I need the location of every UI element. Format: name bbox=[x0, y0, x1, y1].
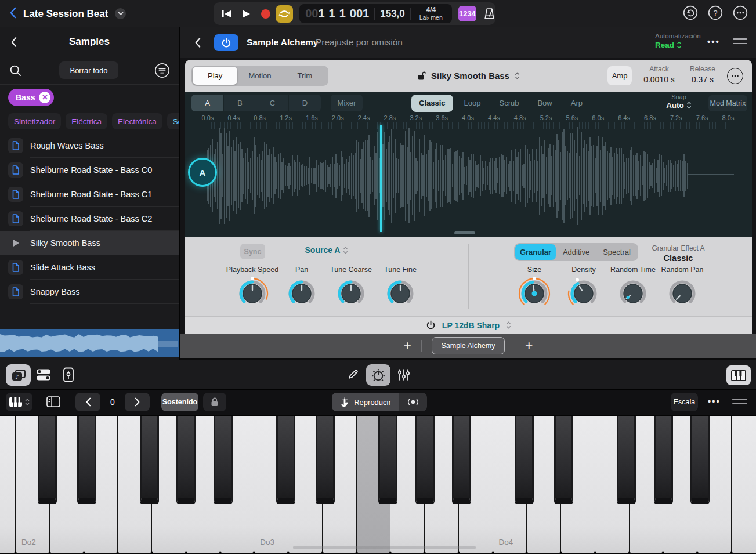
keyboard-scroll-indicator[interactable] bbox=[293, 546, 476, 549]
keyboard-drag-handle-icon[interactable] bbox=[732, 399, 747, 407]
engine-tab-spectral[interactable]: Spectral bbox=[596, 244, 637, 260]
sync-button[interactable]: Sync bbox=[240, 244, 265, 259]
octave-down-button[interactable] bbox=[75, 393, 100, 411]
amp-button[interactable]: Amp bbox=[607, 66, 632, 85]
tag-sintetizador[interactable]: Sintetizador bbox=[8, 113, 61, 129]
signature-key-display[interactable]: 4/4La♭ men bbox=[416, 6, 446, 21]
knob-size[interactable]: Size bbox=[508, 266, 560, 314]
black-key[interactable] bbox=[554, 416, 573, 504]
white-key[interactable] bbox=[0, 416, 16, 553]
source-tab-b[interactable]: B bbox=[224, 95, 256, 111]
plugin-chain-item[interactable]: Sample Alchemy bbox=[432, 337, 504, 354]
knob-dial[interactable] bbox=[333, 276, 369, 314]
project-title[interactable]: Late Session Beat bbox=[23, 8, 108, 20]
engine-tab-additive[interactable]: Additive bbox=[556, 244, 596, 260]
glissando-segment[interactable] bbox=[399, 393, 427, 411]
undo-button[interactable] bbox=[683, 5, 698, 23]
knob-dial[interactable] bbox=[566, 276, 602, 314]
sustain-lock-button[interactable] bbox=[203, 393, 226, 411]
release-control[interactable]: Release 0.37 s bbox=[677, 65, 728, 84]
black-key[interactable] bbox=[654, 416, 673, 504]
knob-random-time[interactable]: Random Time bbox=[607, 266, 659, 314]
list-item[interactable]: Rough Waves Bass bbox=[0, 133, 179, 158]
black-key[interactable] bbox=[176, 416, 196, 504]
playhead[interactable] bbox=[380, 125, 382, 232]
list-item[interactable]: Slide Attack Bass bbox=[0, 255, 179, 280]
black-key[interactable] bbox=[77, 416, 96, 504]
filter-type[interactable]: LP 12dB Sharp bbox=[442, 321, 500, 330]
help-button[interactable]: ? bbox=[708, 5, 723, 23]
list-item[interactable]: Snappy Bass bbox=[0, 280, 179, 304]
source-tab-a[interactable]: A bbox=[191, 95, 223, 111]
black-key[interactable] bbox=[617, 416, 636, 504]
black-key[interactable] bbox=[515, 416, 534, 504]
knob-dial[interactable] bbox=[516, 276, 552, 314]
sample-preview-waveform[interactable] bbox=[0, 329, 179, 357]
project-menu-chevron-icon[interactable] bbox=[115, 8, 126, 19]
list-item[interactable]: Shelburne Road State - Bass C2 bbox=[0, 207, 179, 231]
knob-tune-fine[interactable]: Tune Fine bbox=[374, 266, 426, 314]
toolbar-more-button[interactable] bbox=[727, 68, 743, 84]
piano-keyboard[interactable]: Do2Do3Do4 bbox=[0, 415, 756, 554]
keyboard-more-icon[interactable]: ••• bbox=[708, 396, 721, 406]
channel-strip-button[interactable] bbox=[62, 367, 75, 385]
clear-all-button[interactable]: Borrar todo bbox=[59, 61, 118, 79]
mode-tab-bow[interactable]: Bow bbox=[530, 95, 559, 112]
automation-control[interactable]: Automatización Read bbox=[655, 32, 701, 49]
add-plugin-button[interactable]: + bbox=[525, 340, 533, 352]
scale-button[interactable]: Escala bbox=[671, 393, 698, 411]
filter-power-icon[interactable] bbox=[426, 320, 436, 330]
black-key[interactable] bbox=[452, 416, 471, 504]
black-key[interactable] bbox=[690, 416, 710, 504]
source-tab-c[interactable]: C bbox=[256, 95, 288, 111]
mode-tab-arp[interactable]: Arp bbox=[563, 95, 590, 112]
knob-dial[interactable] bbox=[615, 276, 651, 314]
add-plugin-button[interactable]: + bbox=[404, 340, 411, 352]
list-item[interactable]: Shelburne Road State - Bass C0 bbox=[0, 158, 179, 182]
list-item[interactable]: Silky Smooth Bass bbox=[0, 231, 179, 255]
knob-dial[interactable] bbox=[382, 276, 418, 314]
cycle-loop-button[interactable] bbox=[276, 5, 293, 23]
count-in-button[interactable]: 1234 bbox=[458, 6, 476, 21]
mode-tab-classic[interactable]: Classic bbox=[411, 95, 453, 112]
plugin-more-icon[interactable]: ••• bbox=[707, 37, 720, 46]
plugin-drag-handle-icon[interactable] bbox=[733, 38, 747, 47]
keyboard-view-button[interactable] bbox=[726, 365, 751, 385]
remove-filter-icon[interactable]: ✕ bbox=[39, 92, 50, 103]
tempo-display[interactable]: 153,0 bbox=[380, 8, 405, 20]
mod-matrix-button[interactable]: Mod Matrix bbox=[708, 95, 747, 111]
source-tab-d[interactable]: D bbox=[289, 95, 321, 111]
edit-pencil-button[interactable] bbox=[347, 368, 359, 383]
mixer-view-button[interactable] bbox=[397, 368, 410, 383]
metronome-button[interactable] bbox=[483, 8, 495, 20]
go-to-beginning-button[interactable] bbox=[217, 9, 237, 19]
keyboard-panel-icon[interactable] bbox=[46, 396, 60, 410]
black-key[interactable] bbox=[214, 416, 233, 504]
engine-tab-granular[interactable]: Granular bbox=[515, 244, 556, 260]
plugin-back-icon[interactable] bbox=[194, 37, 201, 50]
mixer-tab[interactable]: Mixer bbox=[331, 95, 363, 111]
knob-density[interactable]: Density bbox=[558, 266, 610, 314]
mode-tab-loop[interactable]: Loop bbox=[457, 95, 489, 112]
black-key[interactable] bbox=[38, 416, 57, 504]
mode-tab-scrub[interactable]: Scrub bbox=[491, 95, 526, 112]
plugin-preset-name[interactable]: Preajuste por omisión bbox=[316, 37, 403, 48]
knob-tune-coarse[interactable]: Tune Coarse bbox=[325, 266, 377, 314]
knob-pan[interactable]: Pan bbox=[276, 266, 328, 314]
source-a-handle[interactable]: A bbox=[188, 158, 217, 187]
filter-icon[interactable] bbox=[154, 63, 170, 81]
edit-tab-motion[interactable]: Motion bbox=[237, 67, 282, 85]
granular-effect-control[interactable]: Granular Effect A Classic bbox=[638, 244, 719, 263]
plugin-power-button[interactable] bbox=[214, 34, 238, 51]
black-key[interactable] bbox=[316, 416, 335, 504]
filter-chip-bass[interactable]: Bass ✕ bbox=[8, 89, 54, 106]
knob-dial[interactable] bbox=[234, 276, 270, 314]
list-item[interactable]: Shelburne Road State - Bass C1 bbox=[0, 182, 179, 207]
loaded-sample-control[interactable]: Silky Smooth Bass bbox=[353, 60, 584, 92]
controls-view-button[interactable] bbox=[366, 364, 390, 386]
sustain-button[interactable]: Sostenido bbox=[161, 393, 198, 411]
search-icon[interactable] bbox=[9, 64, 22, 79]
lcd-display[interactable]: 00111001 153,0 4/4La♭ men bbox=[299, 4, 452, 23]
settings-toggles-button[interactable] bbox=[36, 368, 51, 383]
play-button[interactable] bbox=[237, 9, 256, 19]
